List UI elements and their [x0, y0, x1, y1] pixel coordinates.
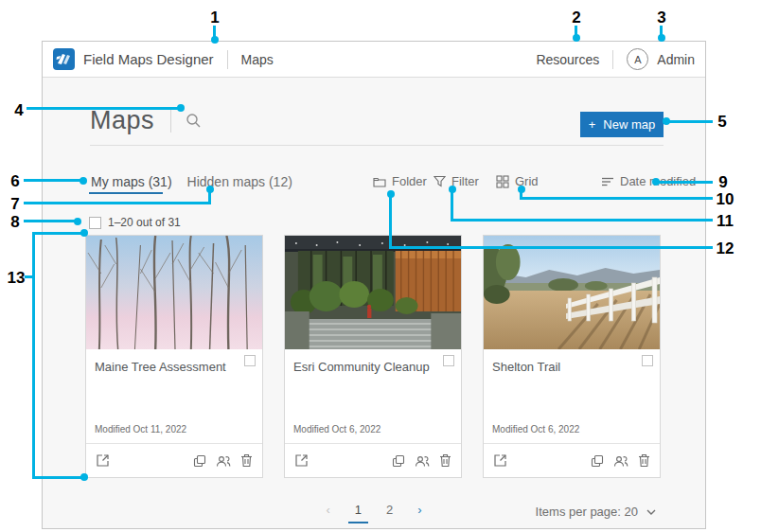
folder-label: Folder [392, 174, 427, 188]
chevron-down-icon [646, 509, 656, 515]
callout-dot-7 [206, 186, 214, 193]
user-avatar[interactable]: A [627, 48, 648, 70]
callout-line-7 [24, 202, 211, 204]
page-title: Maps [90, 106, 154, 135]
callout-label-6: 6 [10, 173, 19, 189]
tab-hidden-maps[interactable]: Hidden maps (12) [187, 174, 292, 189]
sort-icon [601, 176, 614, 187]
next-page-chevron-icon[interactable]: › [417, 503, 421, 517]
card-footer [484, 444, 660, 477]
header-divider-right [612, 50, 613, 69]
card-info: Shelton Trail Modified Oct 6, 2022 [484, 349, 660, 444]
delete-icon[interactable] [638, 453, 650, 468]
nav-item-maps[interactable]: Maps [241, 52, 274, 67]
callout-dot-2 [573, 34, 580, 42]
callout-label-11: 11 [717, 213, 734, 229]
avatar-initial: A [634, 54, 641, 65]
callout-label-12: 12 [717, 240, 734, 257]
callout-label-13: 13 [8, 270, 26, 286]
card-info: Esri Community Cleanup Modified Oct 6, 2… [285, 349, 461, 444]
callout-dot-4 [177, 104, 185, 112]
card-footer [285, 444, 461, 477]
user-name[interactable]: Admin [657, 52, 695, 67]
callout-line-4 [27, 107, 178, 110]
selection-row: 1–20 out of 31 [89, 216, 181, 229]
callout-line-9 [659, 181, 713, 184]
map-card-grid: Maine Tree Assessment Modified Oct 11, 2… [85, 235, 661, 478]
duplicate-icon[interactable] [392, 454, 405, 468]
callout-dot-13-top [80, 229, 88, 237]
duplicate-icon[interactable] [193, 454, 206, 468]
callout-dot-1 [211, 36, 219, 44]
items-per-page-select[interactable]: Items per page: 20 [536, 505, 656, 519]
map-card: Shelton Trail Modified Oct 6, 2022 [483, 235, 661, 478]
callout-line-6 [24, 179, 80, 182]
callout-line-13-top [32, 232, 82, 235]
callout-label-3: 3 [657, 9, 665, 26]
tab-my-maps[interactable]: My maps (31) [91, 174, 172, 189]
app-header: Field Maps Designer Maps Resources A Adm… [43, 42, 705, 78]
plus-icon: + [589, 117, 596, 132]
callout-label-9: 9 [718, 174, 727, 190]
active-tab-underline [89, 192, 163, 194]
share-group-icon[interactable] [415, 454, 430, 468]
new-map-button[interactable]: + New map [580, 112, 664, 137]
open-map-icon[interactable] [96, 453, 110, 468]
card-title[interactable]: Esri Community Cleanup [293, 360, 430, 374]
page-2-button[interactable]: 2 [386, 503, 393, 517]
card-title[interactable]: Maine Tree Assessment [95, 360, 226, 374]
search-icon[interactable] [186, 113, 202, 129]
map-thumbnail-esri-campus[interactable] [285, 236, 461, 349]
card-modified-date: Modified Oct 6, 2022 [492, 424, 579, 434]
folder-button[interactable]: Folder [373, 174, 427, 188]
previous-page-chevron-icon[interactable]: ‹ [326, 503, 329, 517]
filter-label: Filter [451, 174, 479, 188]
map-card: Esri Community Cleanup Modified Oct 6, 2… [284, 235, 462, 478]
card-checkbox[interactable] [443, 355, 454, 366]
callout-dot-6 [80, 177, 87, 185]
card-footer [86, 444, 262, 477]
filter-icon [434, 175, 446, 187]
card-checkbox[interactable] [244, 355, 256, 366]
open-map-icon[interactable] [493, 453, 507, 468]
select-all-checkbox[interactable] [89, 217, 101, 229]
callout-line-12 [389, 246, 713, 249]
card-title[interactable]: Shelton Trail [492, 360, 560, 374]
callout-dot-8 [74, 218, 81, 225]
callout-label-10: 10 [717, 191, 734, 207]
callout-label-5: 5 [717, 114, 726, 130]
card-checkbox[interactable] [642, 355, 653, 366]
duplicate-icon[interactable] [591, 454, 604, 468]
open-map-icon[interactable] [294, 453, 309, 468]
callout-dot-3 [658, 34, 665, 42]
header-divider [227, 50, 228, 69]
delete-icon[interactable] [240, 453, 253, 468]
share-group-icon[interactable] [216, 454, 231, 468]
callout-line-5 [669, 120, 713, 123]
card-modified-date: Modified Oct 11, 2022 [95, 424, 186, 434]
callout-label-8: 8 [10, 214, 19, 230]
callout-label-4: 4 [14, 102, 23, 118]
callout-line-12b [389, 196, 392, 249]
tab-bar: My maps (31) Hidden maps (12) [91, 174, 292, 189]
field-maps-logo-icon [53, 48, 75, 70]
callout-line-11 [451, 219, 713, 222]
card-info: Maine Tree Assessment Modified Oct 11, 2… [86, 349, 262, 444]
callout-label-7: 7 [10, 196, 19, 212]
callout-line-8 [24, 220, 76, 222]
callout-line-13-vertical [32, 232, 35, 479]
filter-button[interactable]: Filter [434, 174, 479, 188]
callout-label-1: 1 [210, 9, 219, 26]
grid-icon [496, 175, 509, 188]
new-map-label: New map [603, 117, 655, 132]
share-group-icon[interactable] [613, 454, 628, 468]
resources-link[interactable]: Resources [536, 52, 599, 67]
delete-icon[interactable] [439, 453, 451, 468]
map-thumbnail-shelton-trail[interactable] [484, 236, 660, 349]
callout-line-13-bottom [32, 476, 82, 479]
callout-line-11b [451, 191, 453, 222]
page-1-button[interactable]: 1 [355, 503, 362, 517]
map-thumbnail-maine-trees[interactable] [86, 236, 262, 349]
grid-view-button[interactable]: Grid [496, 174, 539, 188]
title-divider [170, 109, 171, 133]
